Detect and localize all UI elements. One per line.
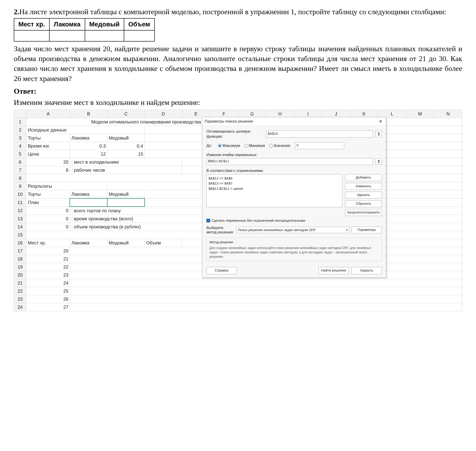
cell-A20[interactable]: 23	[26, 271, 70, 279]
row-24[interactable]: 24	[14, 303, 26, 311]
row-9[interactable]: 9	[14, 182, 26, 190]
cell-A18[interactable]: 21	[26, 255, 70, 263]
row-14[interactable]: 14	[14, 223, 26, 231]
row-10[interactable]: 10	[14, 190, 26, 199]
load-save-button[interactable]: Загрузить/сохранить	[345, 209, 382, 216]
cell-A11[interactable]: План	[26, 198, 70, 207]
constraint-item[interactable]: $A$13 <= $A$7	[209, 181, 340, 186]
objective-range-picker[interactable]: ↥	[375, 131, 382, 137]
cell-B12[interactable]: : всего тортов по плану	[70, 207, 210, 215]
corner-cell[interactable]	[14, 110, 26, 118]
row-11[interactable]: 11	[14, 198, 26, 207]
constraints-listbox[interactable]: $A$12 <= $A$6 $A$13 <= $A$7 $B$11:$C$11 …	[206, 174, 342, 207]
vars-input[interactable]: $B$11:$C$11	[206, 158, 373, 165]
col-A[interactable]: A	[26, 110, 70, 118]
close-button[interactable]: Закрыть	[352, 267, 382, 274]
col-F[interactable]: F	[210, 110, 238, 118]
cell-B4[interactable]: 0.3	[70, 142, 107, 150]
reset-button[interactable]: Сбросить	[345, 200, 382, 207]
row-22[interactable]: 22	[14, 287, 26, 295]
cell-B10[interactable]: Лакомка	[70, 190, 107, 199]
row-7[interactable]: 7	[14, 166, 26, 174]
row-1[interactable]: 1	[14, 118, 26, 126]
cell-A13[interactable]: 0	[26, 215, 70, 223]
col-B[interactable]: B	[70, 110, 107, 118]
method-select[interactable]: Поиск решения нелинейных задач методом О…	[236, 227, 349, 233]
cell-A10[interactable]: Торты	[26, 190, 70, 199]
col-I[interactable]: I	[294, 110, 322, 118]
col-M[interactable]: M	[406, 110, 434, 118]
row-3[interactable]: 3	[14, 134, 26, 142]
col-G[interactable]: G	[238, 110, 266, 118]
cell-C16[interactable]: Медовый	[107, 239, 145, 247]
solve-button[interactable]: Найти решение	[318, 267, 349, 274]
row-6[interactable]: 6	[14, 158, 26, 166]
row-5[interactable]: 5	[14, 150, 26, 158]
col-J[interactable]: J	[322, 110, 350, 118]
row-21[interactable]: 21	[14, 279, 26, 287]
row-8[interactable]: 8	[14, 174, 26, 182]
help-button[interactable]: Справка	[206, 267, 237, 274]
cell-A2[interactable]: Исходные данные	[26, 126, 145, 134]
cell-A14[interactable]: 0	[26, 223, 70, 231]
row-13[interactable]: 13	[14, 215, 26, 223]
cell-B11[interactable]	[70, 198, 107, 207]
cell-A23[interactable]: 26	[26, 295, 70, 303]
col-D[interactable]: D	[145, 110, 182, 118]
delete-button[interactable]: Удалить	[345, 192, 382, 199]
close-icon[interactable]: ✕	[377, 119, 384, 124]
cell-D16[interactable]: Объем	[145, 239, 182, 247]
cell-A6[interactable]: 20	[26, 158, 70, 166]
col-K[interactable]: K	[350, 110, 378, 118]
col-E[interactable]: E	[182, 110, 210, 118]
col-N[interactable]: N	[434, 110, 462, 118]
add-button[interactable]: Добавить	[345, 174, 382, 181]
row-20[interactable]: 20	[14, 271, 26, 279]
cell-A16[interactable]: Мест хр.	[26, 239, 70, 247]
row-17[interactable]: 17	[14, 247, 26, 255]
row-16[interactable]: 16	[14, 239, 26, 247]
radio-min[interactable]: Минимум	[244, 143, 265, 148]
cell-A21[interactable]: 24	[26, 279, 70, 287]
cell-C5[interactable]: 15	[107, 150, 145, 158]
col-L[interactable]: L	[378, 110, 406, 118]
target-value-input[interactable]: 0	[295, 142, 344, 149]
cell-C3[interactable]: Медовый	[107, 134, 145, 142]
edit-button[interactable]: Изменить	[345, 183, 382, 190]
cell-B13[interactable]: : время производства (всего)	[70, 215, 210, 223]
cell-A19[interactable]: 22	[26, 263, 70, 271]
row-18[interactable]: 18	[14, 255, 26, 263]
cell-B14[interactable]: : объем производства (в рублях)	[70, 223, 210, 231]
cell-B3[interactable]: Локомка	[70, 134, 107, 142]
cell-A3[interactable]: Торты	[26, 134, 70, 142]
cell-B6[interactable]: : мест в холодильнике	[70, 158, 182, 166]
cell-B16[interactable]: Лакомка	[70, 239, 107, 247]
cell-A5[interactable]: Цена	[26, 150, 70, 158]
constraint-item[interactable]: $B$11:$C$11 = целое	[209, 186, 340, 191]
col-H[interactable]: H	[266, 110, 294, 118]
row-23[interactable]: 23	[14, 295, 26, 303]
cell-A7[interactable]: 8	[26, 166, 70, 174]
cell-A24[interactable]: 27	[26, 303, 70, 311]
objective-input[interactable]: $A$14	[266, 131, 373, 138]
radio-max[interactable]: Максимум	[218, 143, 240, 148]
row-15[interactable]: 15	[14, 231, 26, 239]
constraint-item[interactable]: $A$12 <= $A$6	[209, 176, 340, 181]
vars-range-picker[interactable]: ↥	[375, 158, 382, 165]
cell-A9[interactable]: Результаты	[26, 182, 107, 190]
cell-C11[interactable]	[107, 198, 145, 207]
radio-value[interactable]: Значения:	[269, 143, 291, 148]
row-12[interactable]: 12	[14, 207, 26, 215]
row-19[interactable]: 19	[14, 263, 26, 271]
row-2[interactable]: 2	[14, 126, 26, 134]
col-C[interactable]: C	[107, 110, 145, 118]
params-button[interactable]: Параметры	[352, 226, 382, 233]
cell-A22[interactable]: 25	[26, 287, 70, 295]
row-4[interactable]: 4	[14, 142, 26, 150]
cell-B5[interactable]: 12	[70, 150, 107, 158]
cell-B7[interactable]: : рабочих часов	[70, 166, 182, 174]
nonneg-checkbox[interactable]: ✓	[206, 219, 210, 222]
cell-C4[interactable]: 0.4	[107, 142, 145, 150]
cell-A17[interactable]: 20	[26, 247, 70, 255]
dialog-titlebar[interactable]: Параметры поиска решения ✕	[202, 117, 386, 126]
